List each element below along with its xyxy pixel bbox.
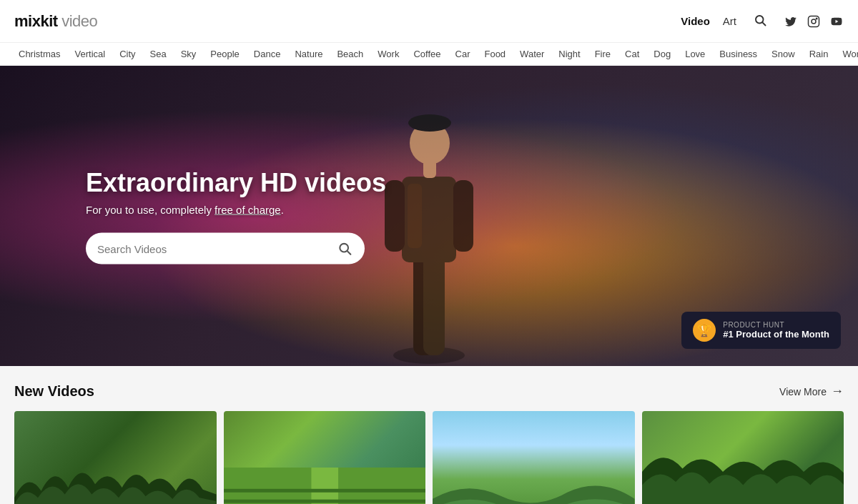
category-item-city[interactable]: City — [112, 43, 142, 65]
nav-art[interactable]: Art — [723, 15, 736, 27]
hero-title: Extraordinary HD videos — [86, 168, 386, 198]
logo-light: video — [58, 12, 98, 30]
new-videos-section: New Videos View More → — [0, 366, 858, 504]
category-item-work[interactable]: Work — [370, 43, 406, 65]
svg-rect-10 — [453, 180, 473, 252]
category-item-business[interactable]: Business — [712, 43, 764, 65]
category-item-nature[interactable]: Nature — [287, 43, 330, 65]
twitter-icon[interactable] — [784, 14, 798, 29]
video-thumb-valley-3 — [433, 473, 635, 504]
category-item-cat[interactable]: Cat — [618, 43, 646, 65]
svg-point-4 — [816, 18, 817, 19]
category-item-woman[interactable]: Woman — [835, 43, 858, 65]
youtube-icon[interactable] — [829, 14, 844, 29]
svg-line-1 — [762, 22, 765, 25]
free-charge-link[interactable]: free of charge — [214, 204, 281, 216]
svg-point-13 — [408, 114, 451, 132]
instagram-icon[interactable] — [807, 14, 821, 29]
ph-text: Product Hunt #1 Product of the Month — [723, 321, 829, 340]
category-item-sea[interactable]: Sea — [143, 43, 174, 65]
header-search-button[interactable] — [749, 9, 771, 33]
svg-line-16 — [347, 251, 351, 255]
svg-point-3 — [812, 19, 816, 24]
search-submit-button[interactable] — [336, 240, 353, 257]
site-header: mixkit video Video Art — [0, 0, 858, 43]
nav-video[interactable]: Video — [681, 15, 710, 27]
hero-section: Extraordinary HD videos For you to use, … — [0, 66, 858, 366]
arrow-right-icon: → — [831, 384, 844, 399]
category-item-car[interactable]: Car — [448, 43, 478, 65]
category-item-people[interactable]: People — [203, 43, 246, 65]
search-submit-icon — [337, 242, 352, 256]
svg-rect-2 — [809, 16, 819, 26]
svg-rect-18 — [311, 468, 338, 504]
ph-label: Product Hunt — [723, 321, 829, 329]
logo-bold: mixkit — [14, 12, 58, 30]
svg-rect-7 — [423, 252, 445, 355]
hero-subtitle: For you to use, completely free of charg… — [86, 204, 386, 216]
video-grid — [14, 411, 844, 504]
category-item-fire[interactable]: Fire — [588, 43, 618, 65]
site-logo[interactable]: mixkit video — [14, 12, 97, 31]
video-thumbnail-1[interactable] — [14, 411, 217, 504]
videos-header: New Videos View More → — [14, 383, 844, 400]
category-item-coffee[interactable]: Coffee — [406, 43, 448, 65]
category-item-food[interactable]: Food — [477, 43, 513, 65]
category-navigation: ChristmasVerticalCitySeaSkyPeopleDanceNa… — [0, 43, 858, 66]
svg-rect-19 — [224, 489, 426, 493]
category-item-snow[interactable]: Snow — [764, 43, 802, 65]
ph-title: #1 Product of the Month — [723, 329, 829, 340]
video-thumbnail-3[interactable] — [433, 411, 635, 504]
video-thumbnail-2[interactable] — [224, 411, 426, 504]
new-videos-title: New Videos — [14, 383, 94, 400]
social-icons — [784, 14, 844, 29]
trophy-icon: 🏆 — [693, 319, 716, 342]
category-item-dog[interactable]: Dog — [646, 43, 678, 65]
svg-rect-20 — [224, 500, 426, 503]
category-item-vertical[interactable]: Vertical — [68, 43, 113, 65]
category-item-water[interactable]: Water — [513, 43, 551, 65]
category-item-beach[interactable]: Beach — [330, 43, 370, 65]
product-hunt-badge[interactable]: 🏆 Product Hunt #1 Product of the Month — [681, 312, 841, 349]
category-item-dance[interactable]: Dance — [247, 43, 288, 65]
category-item-christmas[interactable]: Christmas — [11, 43, 68, 65]
category-item-love[interactable]: Love — [678, 43, 712, 65]
video-thumb-forest-4 — [642, 445, 844, 504]
svg-rect-14 — [408, 184, 422, 248]
view-more-link[interactable]: View More → — [779, 384, 844, 399]
hero-content: Extraordinary HD videos For you to use, … — [86, 168, 386, 265]
svg-rect-9 — [385, 180, 405, 252]
video-thumbnail-4[interactable] — [642, 411, 844, 504]
category-item-rain[interactable]: Rain — [802, 43, 836, 65]
header-navigation: Video Art — [681, 9, 844, 33]
search-icon — [754, 14, 766, 26]
video-thumb-field-2 — [224, 468, 426, 504]
video-thumb-trees-1 — [14, 457, 217, 504]
search-input[interactable] — [97, 242, 330, 255]
search-bar[interactable] — [86, 233, 365, 265]
category-item-sky[interactable]: Sky — [174, 43, 204, 65]
category-item-night[interactable]: Night — [551, 43, 587, 65]
